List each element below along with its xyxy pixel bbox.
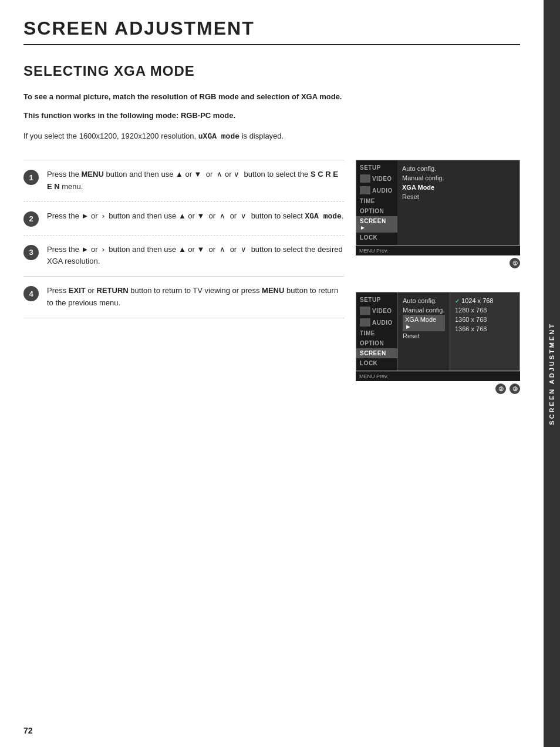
menu-item-option-1[interactable]: OPTION	[356, 206, 397, 216]
intro-note: This function works in the following mod…	[23, 111, 520, 120]
menu2-lock[interactable]: LOCK	[356, 358, 397, 368]
step-ind-3: ③	[510, 383, 520, 394]
step-1-text: Press the MENU button and then use ▲ or …	[47, 169, 344, 193]
page-title: SCREEN ADJUSTMENT	[23, 18, 520, 45]
menu2-mid-manualconfig[interactable]: Manual config.	[403, 305, 445, 315]
menu2-time[interactable]: TIME	[356, 328, 397, 338]
menu2-res-1280[interactable]: 1280 x 768	[455, 305, 515, 315]
menu2-option[interactable]: OPTION	[356, 338, 397, 348]
step-1-circle: 1	[23, 170, 39, 185]
step-ind-1: ①	[510, 258, 520, 268]
video-thumb-2	[360, 307, 370, 315]
step-3-row: 3 Press the ► or › button and then use ▲…	[23, 235, 344, 277]
intro-bold: To see a normal picture, match the resol…	[23, 91, 520, 103]
menu-item-screen-1[interactable]: SCREEN ►	[356, 216, 397, 233]
audio-thumb-2	[360, 318, 370, 327]
menu2-screen[interactable]: SCREEN	[356, 348, 397, 358]
steps-right: SETUP VIDEO AUDIO TIME OPTION SCREEN ► L…	[356, 160, 520, 400]
sidebar-label: SCREEN ADJUSTMENT	[548, 322, 555, 425]
intro-prefix: If you select the 1600x1200, 1920x1200 r…	[23, 132, 196, 140]
intro-suffix: is displayed.	[242, 132, 284, 140]
menu2-left-col: SETUP VIDEO AUDIO TIME OPTION SCREEN LOC…	[356, 292, 397, 371]
menu2-right-col: ✓ 1024 x 768 1280 x 768 1360 x 768 1366 …	[450, 292, 519, 371]
menu2-middle-col: Auto config. Manual config. XGA Mode ► R…	[397, 292, 450, 371]
menu2-mid-autoconfig[interactable]: Auto config.	[403, 296, 445, 305]
menu-left-col-1: SETUP VIDEO AUDIO TIME OPTION SCREEN ► L…	[356, 160, 397, 245]
menu-right-reset-1[interactable]: Reset	[402, 192, 515, 201]
menu2-res-1360[interactable]: 1360 x 768	[455, 315, 515, 324]
intro-normal: If you select the 1600x1200, 1920x1200 r…	[23, 130, 520, 143]
menu-item-setup-1[interactable]: SETUP	[356, 163, 397, 173]
menu-right-xgamode-1[interactable]: XGA Mode	[402, 183, 515, 192]
menu-item-video-1[interactable]: VIDEO	[356, 173, 397, 184]
menu-right-col-1: Auto config. Manual config. XGA Mode Res…	[397, 160, 519, 245]
menu2-setup[interactable]: SETUP	[356, 295, 397, 305]
menu-item-time-1[interactable]: TIME	[356, 196, 397, 206]
menu2-res-1366[interactable]: 1366 x 768	[455, 324, 515, 334]
menu2-video[interactable]: VIDEO	[356, 305, 397, 317]
step-2-row: 2 Press the ► or › button and then use ▲…	[23, 201, 344, 235]
uxga-text: uXGA mode	[198, 132, 239, 141]
step-3-circle: 3	[23, 245, 39, 260]
menu-box-2: SETUP VIDEO AUDIO TIME OPTION SCREEN LOC…	[356, 292, 520, 371]
menu-box-1: SETUP VIDEO AUDIO TIME OPTION SCREEN ► L…	[356, 160, 520, 245]
step-1-row: 1 Press the MENU button and then use ▲ o…	[23, 160, 344, 201]
step-4-row: 4 Press EXIT or RETURN button to return …	[23, 276, 344, 318]
menu-item-audio-1[interactable]: AUDIO	[356, 184, 397, 196]
page-number: 72	[23, 726, 33, 735]
step-3-text: Press the ► or › button and then use ▲ o…	[47, 244, 344, 268]
step-ind-2: ②	[495, 383, 506, 394]
step-2-circle: 2	[23, 211, 39, 227]
steps-left: 1 Press the MENU button and then use ▲ o…	[23, 160, 344, 400]
menu2-mid-xgamode[interactable]: XGA Mode ►	[403, 315, 445, 331]
step-2-text: Press the ► or › button and then use ▲ o…	[47, 210, 344, 223]
steps-container: 1 Press the MENU button and then use ▲ o…	[23, 160, 520, 400]
menu-right-autoconfig-1[interactable]: Auto config.	[402, 164, 515, 173]
menu2-mid-reset[interactable]: Reset	[403, 331, 445, 341]
menu2-res-1024[interactable]: ✓ 1024 x 768	[455, 296, 515, 305]
menu-screenshot-1: SETUP VIDEO AUDIO TIME OPTION SCREEN ► L…	[356, 160, 520, 268]
video-thumb-1	[360, 174, 370, 183]
menu-footer-1: MENU Prev.	[356, 245, 520, 255]
audio-thumb-1	[360, 186, 370, 194]
step-4-circle: 4	[23, 286, 39, 301]
menu-right-manualconfig-1[interactable]: Manual config.	[402, 173, 515, 183]
sidebar: SCREEN ADJUSTMENT	[544, 0, 560, 747]
menu-item-lock-1[interactable]: LOCK	[356, 233, 397, 243]
main-content: SCREEN ADJUSTMENT SELECTING XGA MODE To …	[0, 0, 544, 423]
step-4-text: Press EXIT or RETURN button to return to…	[47, 285, 344, 309]
step-indicator-23: ② ③	[356, 383, 520, 394]
menu-screenshot-2: SETUP VIDEO AUDIO TIME OPTION SCREEN LOC…	[356, 292, 520, 394]
step-indicator-1: ①	[356, 258, 520, 268]
menu2-audio[interactable]: AUDIO	[356, 317, 397, 328]
section-title: SELECTING XGA MODE	[23, 63, 520, 79]
menu-footer-2: MENU Prev.	[356, 371, 520, 381]
